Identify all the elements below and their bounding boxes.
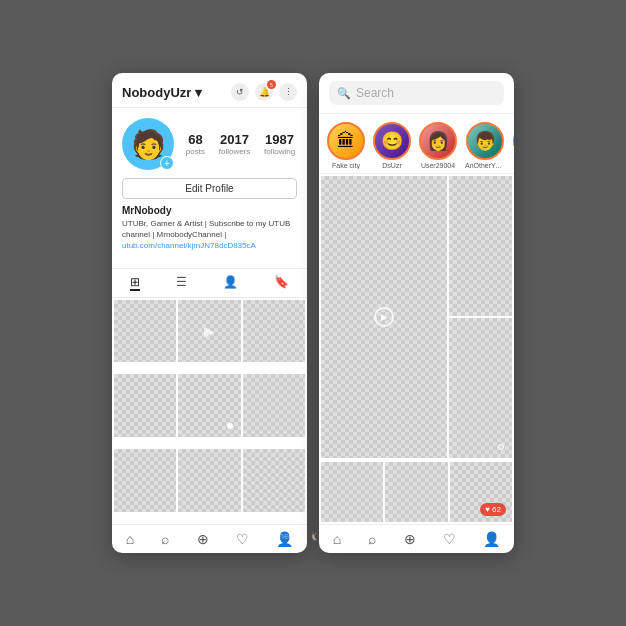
display-username: MrNobody	[122, 205, 171, 216]
stories-row: 🏛 Fake city 😊 DsUzr 👩 User29004 👦	[319, 114, 514, 174]
stats-row: 68 posts 2017 followers 1987 following	[184, 132, 297, 156]
story-avatar-5[interactable]: 👩	[513, 122, 514, 160]
story-1[interactable]: 🏛 Fake city	[327, 122, 365, 169]
profile-row: 🧑 + 68 posts 2017 followers 1987	[122, 118, 297, 170]
story-avatar-3[interactable]: 👩	[419, 122, 457, 160]
grid-cell-3[interactable]	[243, 300, 305, 362]
posts-label: posts	[186, 147, 205, 156]
play-button[interactable]: ▶	[374, 307, 394, 327]
grid-cell-2[interactable]: ▶	[178, 300, 240, 362]
profile-section: 🧑 + 68 posts 2017 followers 1987	[112, 108, 307, 262]
nav-home-icon[interactable]: ⌂	[126, 531, 134, 547]
right-nav-search-icon[interactable]: ⌕	[368, 531, 376, 547]
tab-list-icon[interactable]: ☰	[176, 275, 187, 291]
right-cell-2-1[interactable]	[321, 462, 383, 522]
avatar-wrap: 🧑 +	[122, 118, 174, 170]
right-nav-profile-icon[interactable]: 👤	[483, 531, 500, 547]
story-4[interactable]: 👦 AnOtherYouser	[465, 122, 505, 169]
dot-badge	[227, 423, 233, 429]
story-avatar-4[interactable]: 👦	[466, 122, 504, 160]
nav-heart-icon[interactable]: ♡	[236, 531, 249, 547]
story-2[interactable]: 😊 DsUzr	[373, 122, 411, 169]
following-count: 1987	[265, 132, 294, 147]
search-icon: 🔍	[337, 87, 351, 100]
story-label-1: Fake city	[332, 162, 360, 169]
nav-add-icon[interactable]: ⊕	[197, 531, 209, 547]
profile-username: NobodyUzr ▾	[122, 85, 202, 100]
search-placeholder: Search	[356, 86, 394, 100]
nav-search-icon[interactable]: ⌕	[161, 531, 169, 547]
watermark: designed by 🐧 freepik.com	[257, 531, 368, 541]
play-icon: ▶	[204, 323, 215, 339]
right-nav-add-icon[interactable]: ⊕	[404, 531, 416, 547]
search-bar[interactable]: 🔍 Search	[329, 81, 504, 105]
posts-count: 68	[188, 132, 202, 147]
story-label-4: AnOtherYouser	[465, 162, 505, 169]
followers-label: followers	[219, 147, 251, 156]
following-label: following	[264, 147, 295, 156]
stat-followers: 2017 followers	[219, 132, 251, 156]
right-header: 🔍 Search	[319, 73, 514, 114]
notification-badge: 5	[267, 80, 276, 89]
stat-following: 1987 following	[264, 132, 295, 156]
story-3[interactable]: 👩 User29004	[419, 122, 457, 169]
right-phone: 🔍 Search 🏛 Fake city 😊 DsUzr 👩	[319, 73, 514, 553]
tab-tagged-icon[interactable]: 👤	[223, 275, 238, 291]
grid-cell-5[interactable]	[178, 374, 240, 436]
story-label-2: DsUzr	[382, 162, 401, 169]
right-second-grid: ♥ 62	[319, 460, 514, 524]
right-cell-2-3[interactable]: ♥ 62	[450, 462, 512, 522]
right-cell-large[interactable]: ▶	[321, 176, 447, 458]
left-phone: NobodyUzr ▾ ↺ 🔔 5 ⋮ 🧑	[112, 73, 307, 553]
story-5[interactable]: 👩 Be...	[513, 122, 514, 169]
story-avatar-2[interactable]: 😊	[373, 122, 411, 160]
avatar-add-button[interactable]: +	[160, 156, 174, 170]
grid-cell-8[interactable]	[178, 449, 240, 511]
bio-link[interactable]: utub.com/channel/kjrnJN78dcD835cA	[122, 241, 256, 250]
right-cell-br[interactable]	[449, 318, 512, 458]
right-nav-heart-icon[interactable]: ♡	[443, 531, 456, 547]
grid-cell-9[interactable]	[243, 449, 305, 511]
edit-profile-button[interactable]: Edit Profile	[122, 178, 297, 199]
tab-grid-icon[interactable]: ⊞	[130, 275, 140, 291]
right-cell-2-2[interactable]	[385, 462, 447, 522]
bio-text: UTUBr, Gamer & Artist | Subscribe to my …	[122, 218, 290, 252]
followers-count: 2017	[220, 132, 249, 147]
tab-saved-icon[interactable]: 🔖	[274, 275, 289, 291]
content-tabs: ⊞ ☰ 👤 🔖	[112, 268, 307, 298]
grid-cell-6[interactable]	[243, 374, 305, 436]
grid-cell-4[interactable]	[114, 374, 176, 436]
left-header: NobodyUzr ▾ ↺ 🔔 5 ⋮	[112, 73, 307, 108]
stat-posts: 68 posts	[186, 132, 205, 156]
like-badge: ♥ 62	[480, 503, 506, 516]
story-avatar-1[interactable]: 🏛	[327, 122, 365, 160]
grid-cell-1[interactable]	[114, 300, 176, 362]
grid-cell-7[interactable]	[114, 449, 176, 511]
notifications-icon[interactable]: 🔔 5	[255, 83, 273, 101]
heart-icon: ♥	[485, 505, 490, 514]
right-cell-tr[interactable]	[449, 176, 512, 316]
right-main-grid: ▶	[319, 174, 514, 460]
history-icon[interactable]: ↺	[231, 83, 249, 101]
dot-indicator	[498, 444, 504, 450]
header-icons: ↺ 🔔 5 ⋮	[231, 83, 297, 101]
story-label-3: User29004	[421, 162, 455, 169]
photo-grid: ▶	[112, 298, 307, 524]
more-icon[interactable]: ⋮	[279, 83, 297, 101]
